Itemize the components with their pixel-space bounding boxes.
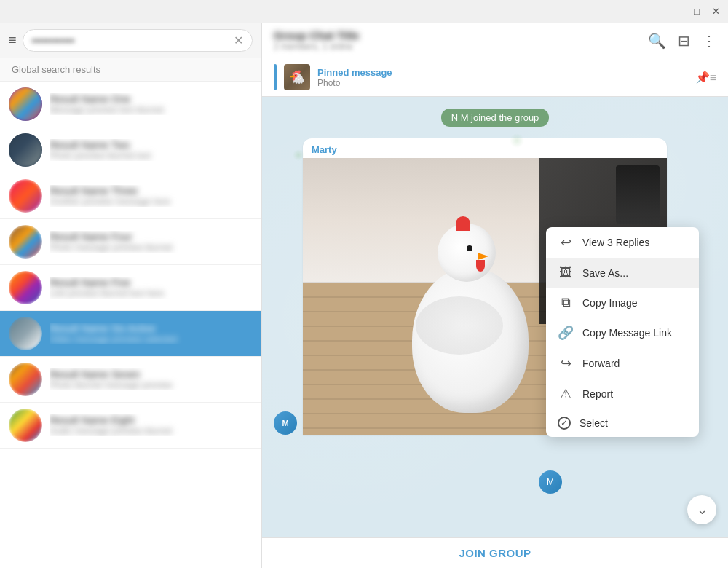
list-item[interactable]: Result Name Six Active Video message pre… [0, 311, 261, 357]
chat-name: Group Chat Title [274, 29, 641, 42]
result-content: Result Name Two Photo preview blurred te… [50, 139, 253, 161]
result-content: Result Name Eight Audio message preview … [50, 414, 253, 436]
copy-image-label: Copy Image [582, 297, 637, 309]
forward-label: Forward [582, 358, 620, 369]
list-item[interactable]: Result Name Five Link preview blurred te… [0, 265, 261, 311]
title-bar: – □ ✕ [0, 0, 728, 23]
copy-image-menu-item[interactable]: ⧉ Copy Image [546, 288, 699, 317]
avatar [9, 87, 42, 121]
result-desc: Video message preview selected [50, 334, 253, 344]
result-desc: Photo message preview blurred [50, 242, 253, 253]
pin-info: Pinned message Photo [317, 67, 688, 88]
select-label: Select [579, 417, 608, 429]
pinned-message-banner[interactable]: 🐔 Pinned message Photo 📌≡ [262, 58, 728, 97]
hamburger-icon[interactable]: ≡ [9, 33, 17, 48]
list-item[interactable]: Result Name Four Photo message preview b… [0, 219, 261, 265]
join-group-button[interactable]: JOIN GROUP [459, 547, 531, 559]
scroll-down-icon: ⌄ [697, 502, 708, 518]
list-item[interactable]: Result Name Seven Photo blurred message … [0, 357, 261, 403]
pin-thumbnail-inner: 🐔 [284, 64, 310, 90]
system-message-bubble: N M joined the group [441, 109, 550, 127]
chat-panel: Group Chat Title 2 members, 1 online 🔍 ⊟… [262, 23, 728, 568]
search-input-wrapper[interactable]: •••••••••••• ✕ [23, 29, 253, 52]
avatar [9, 363, 42, 396]
close-button[interactable]: ✕ [709, 5, 722, 18]
chicken-head [438, 224, 496, 282]
result-name: Result Name Seven [50, 368, 253, 380]
result-content: Result Name Five Link preview blurred te… [50, 277, 253, 299]
result-desc: Link preview blurred text here [50, 288, 253, 299]
header-icons: 🔍 ⊟ ⋮ [648, 32, 716, 50]
list-item[interactable]: Result Name Eight Audio message preview … [0, 403, 261, 449]
chat-header: Group Chat Title 2 members, 1 online 🔍 ⊟… [262, 23, 728, 58]
list-item[interactable]: Result Name Three Another preview messag… [0, 173, 261, 219]
avatar: M [274, 411, 297, 435]
minimize-button[interactable]: – [671, 5, 684, 18]
app-body: ≡ •••••••••••• ✕ Global search results R… [0, 23, 728, 568]
chat-status: 2 members, 1 online [274, 42, 641, 52]
select-menu-item[interactable]: ✓ Select [546, 409, 699, 437]
copy-message-link-icon: 🔗 [558, 325, 574, 341]
forward-icon: ↪ [558, 355, 574, 371]
result-content: Result Name One Message preview text blu… [50, 93, 253, 115]
copy-message-link-menu-item[interactable]: 🔗 Copy Message Link [546, 317, 699, 348]
avatar [9, 317, 42, 350]
result-desc: Photo preview blurred text [50, 151, 253, 161]
result-content: Result Name Six Active Video message pre… [50, 323, 253, 344]
avatar [9, 133, 42, 167]
columns-icon[interactable]: ⊟ [678, 32, 690, 50]
chicken-figure [397, 209, 558, 413]
avatar [9, 271, 42, 304]
maximize-button[interactable]: □ [690, 5, 703, 18]
result-name: Result Name Eight [50, 414, 253, 426]
avatar [9, 225, 42, 259]
list-item[interactable]: Result Name Two Photo preview blurred te… [0, 127, 261, 173]
scroll-down-button[interactable]: ⌄ [687, 495, 716, 524]
search-input[interactable]: •••••••••••• [32, 35, 234, 47]
system-message: N M joined the group [274, 109, 716, 127]
search-icon[interactable]: 🔍 [648, 32, 666, 50]
report-menu-item[interactable]: ⚠ Report [546, 379, 699, 409]
chat-title-area: Group Chat Title 2 members, 1 online [274, 29, 641, 52]
chat-footer: JOIN GROUP [262, 537, 728, 568]
pin-accent [274, 64, 277, 90]
global-search-label: Global search results [0, 58, 261, 82]
result-content: Result Name Seven Photo blurred message … [50, 368, 253, 390]
result-name: Result Name Six Active [50, 323, 253, 334]
chicken-comb [456, 216, 470, 231]
save-as-icon: 🖼 [558, 265, 574, 280]
report-icon: ⚠ [558, 386, 574, 402]
result-name: Result Name Four [50, 231, 253, 242]
copy-message-link-label: Copy Message Link [582, 327, 672, 339]
chicken-wing [416, 296, 503, 355]
pin-desc: Photo [317, 78, 688, 88]
clear-search-icon[interactable]: ✕ [234, 33, 243, 47]
chicken-wattle [476, 260, 485, 272]
unpin-icon[interactable]: 📌≡ [695, 71, 716, 84]
avatar [9, 179, 42, 213]
select-icon: ✓ [558, 417, 571, 430]
avatar: M [539, 470, 562, 494]
result-name: Result Name Two [50, 139, 253, 151]
result-desc: Photo blurred message preview [50, 380, 253, 390]
result-desc: Message preview text blurred [50, 105, 253, 115]
message-avatar-bottom: M [539, 470, 562, 494]
search-results-list: Result Name One Message preview text blu… [0, 82, 261, 568]
report-label: Report [582, 388, 613, 400]
save-as-label: Save As... [582, 267, 628, 279]
search-bar: ≡ •••••••••••• ✕ [0, 23, 261, 58]
result-name: Result Name One [50, 93, 253, 105]
copy-image-icon: ⧉ [558, 295, 574, 310]
view-replies-icon: ↩ [558, 234, 574, 251]
forward-menu-item[interactable]: ↪ Forward [546, 348, 699, 379]
more-options-icon[interactable]: ⋮ [702, 32, 716, 50]
list-item[interactable]: Result Name One Message preview text blu… [0, 82, 261, 127]
message-sender: Marty [303, 138, 667, 158]
dark-object [616, 165, 660, 224]
result-name: Result Name Three [50, 185, 253, 197]
result-desc: Another preview message here [50, 197, 253, 207]
pin-thumbnail: 🐔 [284, 64, 310, 90]
save-as-menu-item[interactable]: 🖼 Save As... [546, 258, 699, 288]
result-content: Result Name Three Another preview messag… [50, 185, 253, 207]
view-replies-menu-item[interactable]: ↩ View 3 Replies [546, 227, 699, 258]
